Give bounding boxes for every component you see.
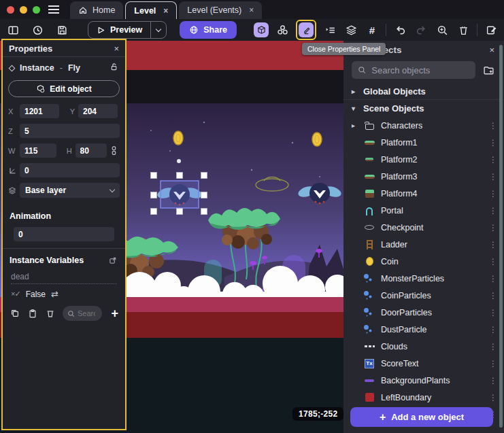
maximize-window-button[interactable] — [33, 6, 40, 14]
object-name: Portal — [381, 206, 403, 215]
minimize-window-button[interactable] — [20, 6, 27, 14]
tab-home[interactable]: Home — [70, 1, 123, 19]
edit-events-icon[interactable] — [484, 22, 499, 37]
redo-icon[interactable] — [414, 22, 429, 37]
instances-list-icon[interactable] — [322, 22, 337, 37]
angle-input[interactable] — [20, 163, 120, 177]
object-list-item[interactable]: Platform3 — [343, 168, 504, 185]
object-groups-icon[interactable] — [275, 22, 290, 37]
object-menu-icon[interactable] — [489, 206, 497, 215]
object-menu-icon[interactable] — [489, 121, 497, 131]
z-label: Z — [8, 127, 16, 135]
object-menu-icon[interactable] — [489, 189, 497, 198]
y-input[interactable] — [78, 104, 118, 118]
close-properties-icon[interactable] — [114, 44, 119, 54]
object-menu-icon[interactable] — [489, 325, 497, 334]
caret-right-icon — [352, 88, 358, 95]
tab-level-events[interactable]: Level (Events) — [179, 1, 262, 19]
object-menu-icon[interactable] — [489, 342, 497, 351]
object-list-item[interactable]: Tx ScoreText — [343, 355, 504, 372]
object-menu-icon[interactable] — [489, 223, 497, 232]
object-menu-icon[interactable] — [489, 376, 497, 385]
close-tab-icon[interactable] — [249, 5, 254, 15]
add-variable-button[interactable] — [111, 307, 118, 321]
object-thumbnail-icon — [364, 392, 375, 403]
object-list-item[interactable]: LeftBoundary — [343, 389, 504, 406]
close-objects-panel-icon[interactable] — [489, 45, 494, 55]
menu-icon[interactable] — [48, 0, 61, 19]
toggle-boolean-icon[interactable] — [51, 289, 58, 299]
copy-icon[interactable] — [10, 308, 20, 319]
object-list-item[interactable]: MonsterParticles — [343, 270, 504, 287]
object-menu-icon[interactable] — [489, 240, 497, 249]
object-thumbnail-icon — [364, 341, 375, 352]
variable-name[interactable]: dead — [11, 272, 117, 284]
panels-layout-icon[interactable] — [5, 22, 20, 37]
object-menu-icon[interactable] — [489, 359, 497, 368]
variable-value[interactable]: False — [26, 290, 46, 299]
3d-view-toggle-icon[interactable] — [254, 22, 269, 37]
object-list-item[interactable]: Characters — [343, 117, 504, 134]
object-menu-icon[interactable] — [489, 257, 497, 266]
coin-sprite[interactable] — [312, 133, 322, 146]
close-window-button[interactable] — [7, 6, 14, 14]
height-input[interactable] — [75, 143, 107, 158]
object-list-item[interactable]: Platform1 — [343, 134, 504, 151]
grid-icon[interactable] — [365, 22, 380, 37]
share-button[interactable]: Share — [180, 21, 237, 39]
object-menu-icon[interactable] — [489, 308, 497, 317]
trash-icon[interactable] — [45, 308, 56, 319]
paste-icon[interactable] — [27, 308, 38, 319]
variables-search-input[interactable] — [78, 309, 95, 317]
object-list-item[interactable]: Coin — [343, 253, 504, 270]
object-list-item[interactable]: Checkpoint — [343, 219, 504, 236]
edit-properties-icon[interactable] — [299, 22, 314, 37]
object-list-item[interactable]: Platform4 — [343, 185, 504, 202]
undo-icon[interactable] — [392, 22, 407, 37]
object-list-item[interactable]: DustParticle — [343, 321, 504, 338]
edit-object-button[interactable]: Edit object — [8, 80, 120, 97]
tab-level[interactable]: Level — [125, 1, 177, 19]
z-input[interactable] — [20, 124, 120, 138]
group-scene-objects[interactable]: Scene Objects — [343, 100, 504, 117]
object-menu-icon[interactable] — [489, 155, 497, 164]
delete-icon[interactable] — [456, 22, 471, 37]
add-new-object-button[interactable]: Add a new object — [350, 407, 493, 427]
object-list-item[interactable]: DoorParticles — [343, 304, 504, 321]
object-thumbnail-icon — [364, 137, 375, 148]
object-list-item[interactable]: Clouds — [343, 338, 504, 355]
objects-search[interactable] — [352, 61, 475, 79]
layers-icon[interactable] — [343, 22, 358, 37]
object-list-item[interactable]: Platform2 — [343, 151, 504, 168]
objects-search-input[interactable] — [371, 65, 469, 75]
variables-search[interactable] — [63, 306, 102, 321]
object-menu-icon[interactable] — [489, 393, 497, 402]
objects-scrollbar[interactable] — [499, 45, 503, 428]
save-icon[interactable] — [54, 22, 69, 37]
close-tab-icon[interactable] — [163, 6, 168, 16]
width-input[interactable] — [20, 143, 56, 158]
object-list-item[interactable]: Ladder — [343, 236, 504, 253]
history-icon[interactable] — [30, 22, 45, 37]
object-list-item[interactable]: Portal — [343, 202, 504, 219]
preview-button[interactable]: Preview — [88, 22, 150, 38]
object-menu-icon[interactable] — [489, 291, 497, 300]
group-global-objects[interactable]: Global Objects — [343, 83, 504, 100]
object-menu-icon[interactable] — [489, 138, 497, 148]
x-input[interactable] — [20, 104, 59, 118]
coin-sprite[interactable] — [173, 131, 183, 145]
new-folder-icon[interactable] — [481, 63, 496, 77]
object-menu-icon[interactable] — [489, 274, 497, 283]
object-list-item[interactable]: BackgroundPlants — [343, 372, 504, 389]
animation-input[interactable] — [14, 227, 114, 241]
edit-object-icon — [36, 84, 45, 93]
link-dimensions-icon[interactable] — [110, 145, 120, 156]
preview-dropdown-button[interactable] — [150, 22, 166, 38]
selection-box[interactable] — [161, 181, 199, 208]
open-variables-icon[interactable] — [109, 256, 118, 264]
object-menu-icon[interactable] — [489, 172, 497, 181]
layer-select[interactable]: Base layer — [20, 183, 120, 198]
unlock-icon[interactable] — [110, 63, 118, 73]
zoom-in-icon[interactable] — [435, 22, 450, 37]
object-list-item[interactable]: CoinParticles — [343, 287, 504, 304]
